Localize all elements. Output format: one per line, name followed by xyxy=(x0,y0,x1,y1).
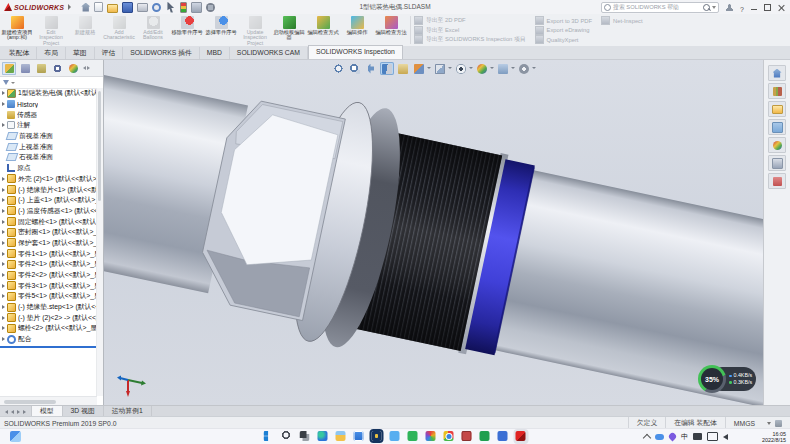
task-pane-tab[interactable] xyxy=(768,101,786,117)
export-button[interactable]: Net-Inspect xyxy=(600,16,643,26)
tree-item[interactable]: (-) 温度传感器<1> (默认<<默认>_ xyxy=(0,206,97,217)
quick-access-icon[interactable] xyxy=(137,3,148,12)
task-pane-tab[interactable] xyxy=(768,173,786,189)
expand-arrow-icon[interactable] xyxy=(0,230,7,234)
tree-item[interactable]: (-) 绝缘垫片<1> (默认<<默认>_显 xyxy=(0,184,97,195)
help-search-box[interactable]: 搜索 SOLIDWORKS 帮助 xyxy=(601,2,719,13)
taskbar-app-icon[interactable] xyxy=(282,431,293,442)
command-tab[interactable]: SOLIDWORKS 插件 xyxy=(123,47,200,59)
expand-arrow-icon[interactable] xyxy=(0,316,7,320)
tree-rollback-bar[interactable] xyxy=(0,346,97,348)
export-button[interactable]: 导出至 2D PDF xyxy=(413,16,526,26)
monitor-icon[interactable] xyxy=(707,432,718,441)
tree-item[interactable]: 零件1<1> (默认<<默认>_显示状 xyxy=(0,248,97,259)
quick-access-icon[interactable] xyxy=(152,3,161,12)
ime-indicator[interactable]: 中 xyxy=(681,432,688,442)
taskbar-app-icon[interactable] xyxy=(354,431,365,442)
status-tag-icon[interactable] xyxy=(775,420,782,427)
onedrive-icon[interactable] xyxy=(655,434,664,440)
task-pane-tab[interactable] xyxy=(768,65,786,81)
expand-arrow-icon[interactable] xyxy=(0,123,7,127)
tree-item[interactable]: 零件2<2> (默认<<默认>_显示状 xyxy=(0,270,97,281)
tree-item[interactable]: 螺栓<2> (默认<<默认>_显示状态 xyxy=(0,323,97,334)
expand-arrow-icon[interactable] xyxy=(0,326,7,330)
tree-item[interactable]: 传感器 xyxy=(0,109,97,120)
taskbar-app-icon[interactable] xyxy=(462,431,473,442)
panel-vertical-scrollbar[interactable] xyxy=(96,88,103,396)
tab-property-manager[interactable] xyxy=(18,62,32,75)
tree-root[interactable]: 1型铠装热电偶 (默认<默认_显示状态-1> xyxy=(0,88,97,99)
ribbon-button[interactable]: 编辑操作 xyxy=(340,14,374,47)
restore-button[interactable] xyxy=(764,4,771,11)
ribbon-button[interactable]: 启动模板编辑器 xyxy=(272,14,306,47)
tab-dimxpert-manager[interactable] xyxy=(50,62,64,75)
expand-arrow-icon[interactable] xyxy=(0,284,7,288)
export-button[interactable]: Export eDrawing xyxy=(534,26,592,36)
expand-arrow-icon[interactable] xyxy=(0,262,7,266)
ribbon-button[interactable]: 移除零件序号 xyxy=(170,14,204,47)
minimize-button[interactable] xyxy=(751,9,757,10)
export-button[interactable]: QualityXpert xyxy=(534,35,592,45)
network-speed-overlay[interactable]: 0.4KB/s 0.3KB/s 35% xyxy=(698,365,756,393)
tree-item[interactable]: 零件5<1> (默认<<默认>_显示状 xyxy=(0,291,97,302)
command-tab[interactable]: SOLIDWORKS Inspection xyxy=(308,45,403,59)
tree-item[interactable]: 配合 xyxy=(0,334,97,345)
logo-flyout-caret-icon[interactable] xyxy=(68,4,71,10)
ribbon-button[interactable]: 新建规格 xyxy=(68,14,102,47)
tab-display-manager[interactable] xyxy=(66,62,80,75)
search-caret-icon[interactable] xyxy=(712,6,716,9)
expand-arrow-icon[interactable] xyxy=(0,198,7,202)
tree-item[interactable]: 密封圈<1> (默认<<默认>_显示状 xyxy=(0,227,97,238)
taskbar-app-icon[interactable] xyxy=(318,431,329,442)
tree-item[interactable]: 右视基准面 xyxy=(0,152,97,163)
command-tab[interactable]: 布局 xyxy=(37,47,66,59)
expand-arrow-icon[interactable] xyxy=(0,252,7,256)
quick-access-icon[interactable] xyxy=(180,2,187,13)
keyboard-icon[interactable] xyxy=(693,433,702,440)
tree-item[interactable]: History xyxy=(0,99,97,110)
command-tab[interactable]: MBD xyxy=(200,47,230,59)
command-tab[interactable]: 草图 xyxy=(66,47,95,59)
quick-access-icon[interactable] xyxy=(94,2,103,12)
taskbar-app-icon[interactable] xyxy=(372,431,383,442)
taskbar-app-icon[interactable] xyxy=(264,431,275,442)
expand-arrow-icon[interactable] xyxy=(0,209,7,213)
taskbar-app-icon[interactable] xyxy=(516,431,527,442)
quick-access-icon[interactable] xyxy=(122,2,133,13)
task-pane-tab[interactable] xyxy=(768,155,786,171)
view-tool-button[interactable] xyxy=(380,62,394,75)
expand-arrow-icon[interactable] xyxy=(0,102,7,106)
scrollbar-thumb[interactable] xyxy=(98,91,101,201)
taskbar-app-icon[interactable] xyxy=(408,431,419,442)
tab-feature-tree[interactable] xyxy=(2,62,16,75)
quick-access-icon[interactable] xyxy=(206,3,215,12)
quick-access-icon[interactable] xyxy=(165,2,176,13)
panel-tab-scroll[interactable] xyxy=(83,66,90,70)
tray-expand-icon[interactable] xyxy=(643,433,651,441)
view-tool-button[interactable] xyxy=(332,62,346,75)
command-tab[interactable]: 评估 xyxy=(95,47,124,59)
expand-arrow-icon[interactable] xyxy=(0,305,7,309)
quick-access-icon[interactable] xyxy=(107,4,118,13)
speaker-icon[interactable] xyxy=(723,434,728,440)
tree-item[interactable]: 固定螺栓<1> (默认<<默认>_显示 xyxy=(0,216,97,227)
tree-item[interactable]: 零件3<1> (默认<<默认>_显示状 xyxy=(0,280,97,291)
ribbon-button[interactable]: 新建检查项目 (amp:和) xyxy=(0,14,34,47)
tree-item[interactable]: 零件2<1> (默认<<默认>_显示状 xyxy=(0,259,97,270)
task-pane-tab[interactable] xyxy=(768,83,786,99)
view-tool-button[interactable] xyxy=(496,62,510,75)
tree-item[interactable]: 原点 xyxy=(0,163,97,174)
scrollbar-thumb[interactable] xyxy=(4,400,56,404)
view-tool-button[interactable] xyxy=(364,62,378,75)
graphics-viewport[interactable]: 0.4KB/s 0.3KB/s 35% xyxy=(104,60,764,406)
tree-item[interactable]: (-) 绝缘垫.step<1> (默认<<默认> xyxy=(0,302,97,313)
command-tab[interactable]: SOLIDWORKS CAM xyxy=(230,47,308,59)
view-tool-button[interactable] xyxy=(433,62,447,75)
close-button[interactable] xyxy=(778,4,785,11)
search-icon[interactable] xyxy=(703,4,710,11)
ribbon-button[interactable]: 编辑检查方式 xyxy=(306,14,340,47)
taskbar-app-icon[interactable] xyxy=(480,431,491,442)
expand-arrow-icon[interactable] xyxy=(0,91,7,95)
view-tool-button[interactable] xyxy=(475,62,489,75)
tree-item[interactable]: 前视基准面 xyxy=(0,131,97,142)
